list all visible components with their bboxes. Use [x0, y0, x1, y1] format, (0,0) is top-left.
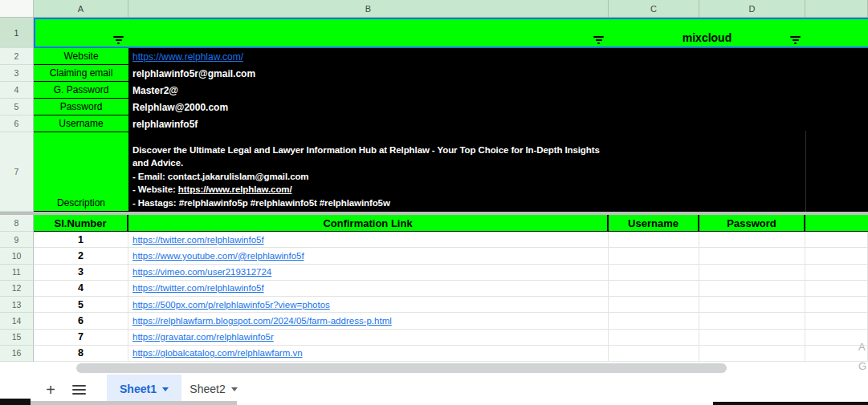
empty-cell[interactable] [805, 248, 868, 264]
window-edge-strip [0, 399, 31, 405]
serial-number-cell[interactable]: 2 [34, 248, 128, 264]
serial-number-cell[interactable]: 6 [34, 313, 128, 329]
serial-number-cell[interactable]: 7 [34, 330, 128, 346]
description-email-line: - Email: contact.jakarulislam@gmail.com [132, 170, 605, 183]
chevron-down-icon[interactable] [231, 387, 238, 391]
tab-sheet2-label: Sheet2 [189, 383, 225, 395]
edge-artifact-text: A [858, 341, 866, 353]
column-header-b[interactable]: B [128, 0, 609, 18]
label-cell-username[interactable]: Username [34, 115, 128, 132]
empty-cell[interactable] [609, 346, 699, 362]
row-header-13[interactable]: 13 [0, 297, 34, 313]
tab-sheet2[interactable]: Sheet2 [181, 375, 246, 403]
add-sheet-button[interactable]: + [42, 381, 59, 399]
description-label-cell[interactable]: Description [34, 132, 128, 212]
horizontal-scrollbar[interactable] [76, 363, 727, 373]
empty-cell[interactable] [805, 265, 868, 281]
row-header-6[interactable]: 6 [0, 115, 34, 132]
label-cell-password[interactable]: Password [34, 99, 128, 115]
confirmation-link[interactable]: https://vimeo.com/user219312724 [128, 265, 609, 281]
row-header-3[interactable]: 3 [0, 65, 34, 82]
value-cell[interactable]: Relphlaw@2000.com [128, 99, 609, 115]
header-cell-sl-number[interactable]: Sl.Number [34, 215, 128, 232]
confirmation-link[interactable]: https://twitter.com/relphlawinfo5f [128, 232, 609, 248]
empty-cell[interactable] [699, 248, 805, 264]
header-cell-password[interactable]: Password [699, 215, 805, 232]
confirmation-link[interactable]: https://gravatar.com/relphlawinfo5r [128, 330, 609, 346]
header-cell-username[interactable]: Username [609, 215, 699, 232]
confirmation-link[interactable]: https://500px.com/p/relphlawinfo5r?view=… [128, 297, 609, 313]
value-cell[interactable]: relphlawinfo5r@gmail.com [128, 65, 609, 82]
row-header-4[interactable]: 4 [0, 82, 34, 99]
empty-cell[interactable] [805, 232, 868, 248]
empty-cell[interactable] [609, 313, 699, 329]
platform-title-cell[interactable]: mixcloud [609, 18, 805, 48]
column-header-d[interactable]: D [699, 0, 805, 18]
serial-number-cell[interactable]: 3 [34, 265, 128, 281]
serial-number-cell[interactable]: 5 [34, 297, 128, 313]
row-header-5[interactable]: 5 [0, 99, 34, 115]
value-cell[interactable]: Master2@ [128, 82, 609, 99]
label-cell-website[interactable]: Website [34, 48, 128, 65]
filter-icon[interactable] [789, 35, 801, 44]
empty-cell[interactable] [699, 313, 805, 329]
tab-sheet1[interactable]: Sheet1 [107, 375, 181, 403]
website-link[interactable]: https://www.relphlaw.com/ [128, 48, 609, 65]
row-header-7[interactable]: 7 [0, 132, 34, 212]
header-cell-empty[interactable] [805, 215, 868, 232]
column-header-a[interactable]: A [34, 0, 128, 18]
row-header-1[interactable]: 1 [0, 18, 34, 48]
window-edge-strip [31, 401, 237, 405]
row-header-14[interactable]: 14 [0, 313, 34, 329]
gridline [805, 131, 806, 212]
empty-cell[interactable] [609, 248, 699, 264]
serial-number-cell[interactable]: 8 [34, 346, 128, 362]
row-header-10[interactable]: 10 [0, 248, 34, 264]
row-header-2[interactable]: 2 [0, 48, 34, 65]
row-header-8[interactable]: 8 [0, 215, 34, 232]
empty-cell[interactable] [699, 232, 805, 248]
empty-cell[interactable] [805, 297, 868, 313]
empty-cell[interactable] [699, 330, 805, 346]
column-header-e[interactable] [805, 0, 868, 18]
select-all-corner[interactable] [0, 0, 34, 18]
confirmation-link[interactable]: https://twitter.com/relphlawinfo5f [128, 281, 609, 297]
confirmation-link[interactable]: https://relphlawfarm.blogspot.com/2024/0… [128, 313, 609, 329]
empty-cell[interactable] [699, 297, 805, 313]
serial-number-cell[interactable]: 4 [34, 281, 128, 297]
description-cell[interactable]: Discover the Ultimate Legal and Lawyer I… [128, 132, 609, 212]
empty-cell[interactable] [805, 313, 868, 329]
empty-cell[interactable] [609, 297, 699, 313]
empty-cell[interactable] [805, 281, 868, 297]
filter-icon[interactable] [112, 35, 124, 44]
filter-icon[interactable] [593, 35, 605, 44]
description-intro: Discover the Ultimate Legal and Lawyer I… [132, 144, 605, 170]
value-cell[interactable]: relphlawinfo5f [128, 115, 609, 132]
empty-cell[interactable] [609, 265, 699, 281]
empty-cell[interactable] [609, 232, 699, 248]
all-sheets-menu-icon[interactable] [72, 385, 86, 395]
confirmation-link[interactable]: https://www.youtube.com/@relphlawinfo5f [128, 248, 609, 264]
column-header-c[interactable]: C [609, 0, 699, 18]
empty-cell[interactable] [609, 281, 699, 297]
website-link[interactable]: https://www.relphlaw.com/ [178, 184, 292, 194]
empty-cell[interactable] [699, 346, 805, 362]
confirmation-link[interactable]: https://globalcatalog.com/relphlawfarm.v… [128, 346, 609, 362]
website-line-prefix: - Website: [132, 184, 178, 194]
label-cell-g-password[interactable]: G. Password [34, 82, 128, 99]
empty-cell[interactable] [699, 281, 805, 297]
description-hashtags-line: - Hastags: #relphlawinfo5p #relphlawinfo… [132, 196, 605, 209]
row-header-16[interactable]: 16 [0, 346, 34, 362]
serial-number-cell[interactable]: 1 [34, 232, 128, 248]
row-header-9[interactable]: 9 [0, 232, 34, 248]
row-header-15[interactable]: 15 [0, 330, 34, 346]
header-cell-confirmation-link[interactable]: Confirmation Link [128, 215, 609, 232]
row-header-12[interactable]: 12 [0, 281, 34, 297]
chevron-down-icon[interactable] [162, 387, 169, 391]
label-cell-claiming-email[interactable]: Claiming email [34, 65, 128, 82]
edge-artifact-text: G [858, 360, 866, 372]
empty-cell[interactable] [609, 330, 699, 346]
description-website-line: - Website: https://www.relphlaw.com/ [132, 183, 605, 196]
empty-cell[interactable] [699, 265, 805, 281]
row-header-11[interactable]: 11 [0, 265, 34, 281]
